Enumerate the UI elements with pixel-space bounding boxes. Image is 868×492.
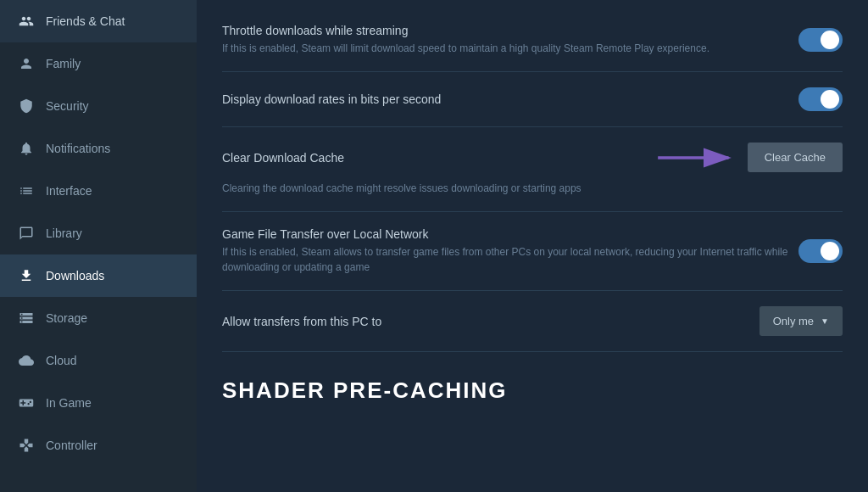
setting-cache-desc: Clearing the download cache might resolv… <box>222 181 843 196</box>
in-game-icon <box>17 394 36 412</box>
sidebar-item-label: Cloud <box>46 354 77 367</box>
controller-icon <box>17 436 36 455</box>
setting-throttle-streaming: Throttle downloads while streaming If th… <box>222 8 843 72</box>
sidebar-item-family[interactable]: Family <box>0 42 197 85</box>
chevron-down-icon: ▼ <box>821 316 829 326</box>
sidebar-item-label: Downloads <box>46 269 104 282</box>
notifications-icon <box>17 139 36 158</box>
sidebar-item-controller[interactable]: Controller <box>0 424 197 467</box>
sidebar-item-friends-chat[interactable]: Friends & Chat <box>0 0 197 42</box>
main-content: Throttle downloads while streaming If th… <box>197 0 868 492</box>
sidebar-item-label: Interface <box>46 184 92 198</box>
sidebar-item-label: Security <box>46 99 89 113</box>
sidebar-item-label: Library <box>46 226 82 240</box>
setting-cache-label: Clear Download Cache <box>222 151 344 165</box>
setting-transfer-desc: If this is enabled, Steam allows to tran… <box>222 244 798 275</box>
bits-toggle[interactable] <box>798 87 843 111</box>
section-header-shader: SHADER PRE-CACHING <box>222 352 843 421</box>
sidebar-item-label: Family <box>46 57 81 70</box>
throttle-slider <box>798 28 843 52</box>
setting-display-bits: Display download rates in bits per secon… <box>222 72 843 127</box>
sidebar-item-interface[interactable]: Interface <box>0 170 197 212</box>
setting-transfer-label: Game File Transfer over Local Network <box>222 227 798 241</box>
setting-game-file-transfer: Game File Transfer over Local Network If… <box>222 212 843 291</box>
setting-bits-label: Display download rates in bits per secon… <box>222 92 798 106</box>
family-icon <box>17 54 36 73</box>
pointing-arrow <box>654 145 739 171</box>
allow-transfers-dropdown[interactable]: Only me ▼ <box>760 306 843 336</box>
sidebar-item-notifications[interactable]: Notifications <box>0 127 197 170</box>
cloud-icon <box>17 351 36 370</box>
transfer-slider <box>798 239 843 263</box>
setting-throttle-label: Throttle downloads while streaming <box>222 24 798 37</box>
sidebar-item-label: Friends & Chat <box>46 14 125 28</box>
interface-icon <box>17 182 36 200</box>
setting-throttle-desc: If this is enabled, Steam will limit dow… <box>222 41 798 56</box>
sidebar-item-cloud[interactable]: Cloud <box>0 339 197 382</box>
bits-slider <box>798 87 843 111</box>
security-icon <box>17 97 36 115</box>
sidebar-item-label: Controller <box>46 439 97 452</box>
storage-icon <box>17 309 36 327</box>
arrow-container: Clear Cache <box>654 143 843 172</box>
setting-clear-cache: Clear Download Cache Clear Cache Clearin… <box>222 127 843 212</box>
sidebar-item-label: Notifications <box>46 142 110 155</box>
throttle-toggle[interactable] <box>798 28 843 52</box>
setting-allow-label: Allow transfers from this PC to <box>222 315 760 328</box>
sidebar-item-storage[interactable]: Storage <box>0 297 197 339</box>
sidebar-item-downloads[interactable]: Downloads <box>0 254 197 297</box>
library-icon <box>17 224 36 243</box>
transfer-toggle[interactable] <box>798 239 843 263</box>
dropdown-value: Only me <box>773 315 814 327</box>
sidebar-item-in-game[interactable]: In Game <box>0 382 197 424</box>
sidebar-item-library[interactable]: Library <box>0 212 197 254</box>
friends-icon <box>17 12 36 31</box>
sidebar-item-label: In Game <box>46 396 92 410</box>
clear-cache-button[interactable]: Clear Cache <box>748 143 843 172</box>
downloads-icon <box>17 266 36 285</box>
sidebar-item-label: Storage <box>46 311 87 325</box>
sidebar-item-security[interactable]: Security <box>0 85 197 127</box>
setting-allow-transfers: Allow transfers from this PC to Only me … <box>222 291 843 352</box>
sidebar: Friends & Chat Family Security Notificat… <box>0 0 197 492</box>
